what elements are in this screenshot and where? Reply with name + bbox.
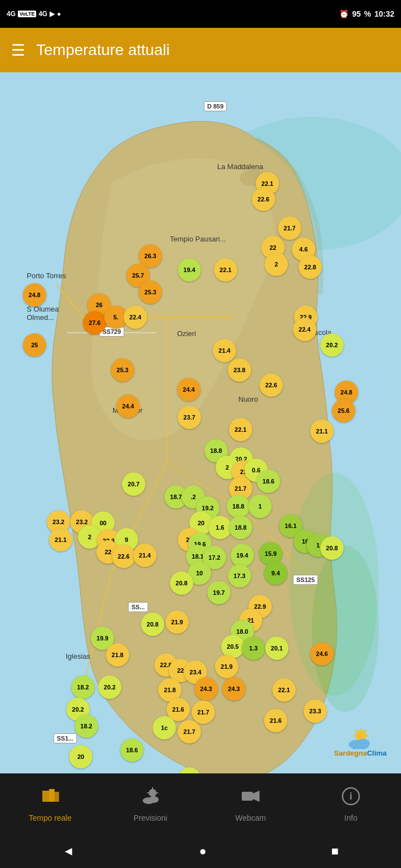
logo-sardegna: Sardegna [334,749,367,757]
temperature-marker[interactable]: 21.7 [192,701,215,724]
svg-rect-29 [49,789,55,802]
svg-line-20 [365,730,366,732]
volte-badge: VoLTE [18,11,36,17]
temperature-marker[interactable]: 22.1 [272,678,296,702]
temperature-marker[interactable]: 25.3 [111,358,134,382]
city-la-maddalena: La Maddalena [217,162,263,171]
temperature-marker[interactable]: 24.4 [177,378,200,401]
temperature-marker[interactable]: 19.4 [178,258,201,282]
temperature-marker[interactable]: 1c [153,716,176,739]
temperature-marker[interactable]: 20.2 [98,675,121,699]
menu-button[interactable]: ☰ [11,41,25,60]
temperature-marker[interactable]: 23.3 [304,699,327,723]
temperature-marker[interactable]: 21.7 [278,216,301,240]
temperature-marker[interactable]: 25 [23,333,46,357]
road-ss1-small: SS1... [53,733,77,743]
logo-icon [345,727,376,749]
temperature-marker[interactable]: 25.6 [332,399,355,422]
temperature-marker[interactable]: 21.4 [213,339,236,362]
temperature-marker[interactable]: 22.8 [299,255,322,279]
temperature-marker[interactable]: 20.8 [141,613,164,636]
temperature-marker[interactable]: 25.3 [139,280,162,304]
city-nuoro: Nuoro [238,395,258,403]
nav-item-info[interactable]: i Info [301,786,401,822]
city-tempio: Tempio Pausari... [170,235,226,243]
back-button[interactable]: ◄ [62,844,75,859]
temperature-marker[interactable]: 21.6 [264,709,287,732]
temperature-marker[interactable]: 9.4 [264,561,287,585]
android-nav-bar: ◄ ● ■ [0,835,401,868]
temperature-marker[interactable]: 21.7 [178,720,201,743]
temperature-marker[interactable]: 21.9 [165,610,189,634]
bottom-navigation: Tempo reale Previsioni Webcam [0,773,401,835]
temperature-marker[interactable]: 18.6 [257,470,280,493]
sardegna-clima-logo: SardegnaClima [324,722,397,761]
temperature-marker[interactable]: 24.3 [194,677,218,701]
time-display: 10:32 [374,9,394,18]
temperature-marker[interactable]: 24.4 [116,394,140,418]
home-button[interactable]: ● [199,844,207,859]
alarm-icon: ⏰ [339,9,349,18]
temperature-marker[interactable]: 2 [265,253,288,276]
temperature-marker[interactable]: 22.6 [252,188,275,211]
temperature-marker[interactable]: 24.3 [222,677,246,701]
battery-level: 95 [352,9,361,18]
temperature-marker[interactable]: 20 [69,745,92,768]
road-ss125: SS125 [293,575,318,585]
temperature-marker[interactable]: 18.2 [75,714,98,738]
nav-label-webcam: Webcam [236,813,266,822]
city-iglesias: Iglesias [66,652,90,660]
nav-item-webcam[interactable]: Webcam [200,786,301,822]
temperature-marker[interactable]: 21.4 [133,544,157,567]
temperature-marker[interactable]: 22.4 [124,305,147,329]
road-ss-small: SS... [128,602,148,612]
temperature-marker[interactable]: 18.8 [227,495,250,518]
temperature-marker[interactable]: 27.6 [83,311,106,334]
temperature-marker[interactable]: 19.4 [231,544,254,567]
recent-button[interactable]: ■ [331,844,339,859]
svg-point-31 [149,789,157,797]
temperature-marker[interactable]: 21.8 [106,643,129,667]
temperature-marker[interactable]: 22.1 [214,258,237,282]
temperature-marker[interactable]: 22.4 [293,318,316,341]
temperature-marker[interactable]: 21.1 [310,420,334,443]
video-icon [241,786,261,811]
temperature-marker[interactable]: 22.1 [229,418,252,441]
temperature-marker[interactable]: 1.3 [242,637,265,660]
status-right: ⏰ 95% 10:32 [339,9,394,18]
city-s-olumea: S OlumeaOlmed... [27,305,59,322]
temperature-marker[interactable]: 20.1 [265,637,288,660]
svg-rect-28 [42,791,49,802]
logo-clima: Clima [367,749,387,757]
app-header: ☰ Temperature attuali [0,28,401,72]
road-d859: D 859 [204,101,227,111]
temperature-marker[interactable]: 23.8 [228,358,251,382]
nav-item-previsioni[interactable]: Previsioni [100,786,200,822]
city-ozieri: Ozieri [177,329,196,338]
temperature-marker[interactable]: 1.6 [208,516,232,539]
temperature-marker[interactable]: 20.8 [320,536,344,560]
youtube-icon: ▶ [50,10,55,18]
temperature-marker[interactable]: 21.1 [49,528,72,551]
temperature-marker[interactable]: 1 [248,495,272,518]
temperature-marker[interactable]: 23.7 [178,406,201,429]
temperature-marker[interactable]: 20.2 [320,333,344,357]
logo-text: SardegnaClima [334,749,387,757]
temperature-marker[interactable]: 18.2 [71,675,95,699]
nav-item-tempo-reale[interactable]: Tempo reale [0,786,100,822]
temperature-marker[interactable]: 19.7 [207,581,231,604]
temperature-marker[interactable]: 18.6 [120,738,144,762]
temperature-marker[interactable]: 24.8 [23,283,46,307]
map-area[interactable]: La Maddalena Tempio Pausari... Porto Tor… [0,72,401,785]
temperature-marker[interactable]: 21.9 [215,655,238,678]
svg-point-37 [149,796,159,803]
temperature-marker[interactable]: 22.6 [112,545,135,568]
temperature-marker[interactable]: 20.8 [170,571,193,595]
temperature-marker[interactable]: 18.8 [229,516,252,539]
temperature-marker[interactable]: 24.6 [310,642,334,665]
temperature-marker[interactable]: 22.6 [260,373,283,397]
notification-dot: ● [57,10,61,18]
svg-rect-30 [55,792,59,802]
temperature-marker[interactable]: 20.7 [122,472,145,496]
temperature-marker[interactable]: 17.3 [228,564,251,588]
